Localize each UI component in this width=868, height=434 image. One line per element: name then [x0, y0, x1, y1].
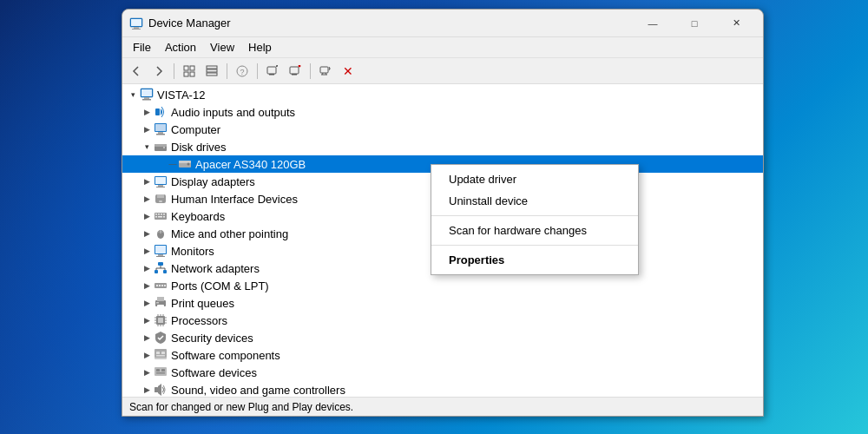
- disk-icon: [154, 140, 168, 154]
- tree-item-ports[interactable]: ▶ Ports (COM & LPT): [122, 277, 763, 294]
- context-menu: Update driver Uninstall device Scan for …: [431, 164, 639, 275]
- ctx-sep-2: [431, 245, 638, 246]
- svg-rect-100: [155, 387, 158, 392]
- svg-rect-32: [156, 134, 165, 135]
- toolbar-btn-scan[interactable]: [315, 62, 336, 81]
- svg-rect-35: [155, 144, 167, 147]
- svg-rect-50: [161, 214, 162, 215]
- back-button[interactable]: [126, 62, 147, 81]
- tree-label-hid: Human Interface Devices: [171, 193, 298, 206]
- drive-icon: [178, 157, 192, 171]
- title-bar-title: Device Manager: [148, 16, 633, 30]
- arrow-ports: ▶: [140, 277, 154, 294]
- svg-rect-63: [163, 270, 167, 273]
- tree-item-disk[interactable]: ▾ Disk drives: [122, 138, 763, 155]
- tree-item-softdev[interactable]: ▶ Software devices: [122, 364, 763, 381]
- hid-icon: [154, 192, 168, 206]
- svg-rect-28: [141, 89, 152, 96]
- toolbar-btn-4[interactable]: [201, 62, 222, 81]
- svg-rect-14: [269, 74, 274, 76]
- display-icon: [154, 174, 168, 188]
- toolbar-btn-3[interactable]: [179, 62, 200, 81]
- tree-label-apacer: Apacer AS340 120GB: [195, 158, 306, 171]
- svg-rect-7: [190, 72, 194, 76]
- svg-rect-3: [131, 19, 141, 26]
- svg-rect-17: [290, 67, 299, 74]
- menu-action[interactable]: Action: [158, 39, 203, 56]
- svg-rect-38: [179, 161, 191, 163]
- sound-icon: [154, 383, 168, 397]
- maximize-button[interactable]: □: [674, 10, 714, 37]
- tree-item-computer[interactable]: ▶ Computer: [122, 121, 763, 138]
- network-icon: [154, 261, 168, 275]
- window-controls: — □ ✕: [633, 10, 756, 37]
- svg-rect-42: [156, 187, 165, 187]
- arrow-sound: ▶: [140, 381, 154, 397]
- close-button[interactable]: ✕: [716, 10, 756, 37]
- tree-item-print[interactable]: ▶ Print queues: [122, 294, 763, 312]
- processor-icon: [154, 313, 168, 327]
- toolbar-btn-remove[interactable]: ✕: [338, 62, 358, 81]
- svg-point-69: [156, 285, 158, 286]
- svg-rect-51: [163, 214, 165, 215]
- tree-label-sound: Sound, video and game controllers: [171, 384, 345, 397]
- menu-help[interactable]: Help: [241, 39, 279, 56]
- toolbar: ?: [122, 58, 763, 84]
- ctx-scan-hardware[interactable]: Scan for hardware changes: [431, 220, 638, 241]
- svg-rect-75: [157, 305, 164, 309]
- toolbar-sep-1: [174, 63, 174, 79]
- monitor-icon: [154, 244, 168, 258]
- tree-item-security[interactable]: ▶ Security devices: [122, 329, 763, 346]
- tree-label-computer: Computer: [171, 123, 220, 136]
- ctx-properties[interactable]: Properties: [431, 249, 638, 271]
- ports-icon: [154, 279, 168, 293]
- toolbar-btn-6[interactable]: [285, 62, 306, 81]
- tree-item-softcomp[interactable]: ▶ Software components: [122, 346, 763, 364]
- svg-rect-53: [158, 216, 162, 218]
- tree-label-print: Print queues: [171, 297, 234, 310]
- svg-rect-29: [155, 108, 160, 115]
- menu-view[interactable]: View: [203, 39, 241, 56]
- arrow-processors: ▶: [140, 312, 154, 329]
- status-bar: Scan for changed or new Plug and Play de…: [122, 397, 763, 416]
- toolbar-sep-4: [310, 63, 311, 79]
- tree-label-softdev: Software devices: [171, 366, 257, 379]
- arrow-mice: ▶: [140, 225, 154, 242]
- svg-rect-95: [156, 355, 165, 357]
- menu-file[interactable]: File: [126, 39, 158, 56]
- mouse-icon: [154, 227, 168, 240]
- tree-label-security: Security devices: [171, 332, 253, 345]
- svg-point-36: [163, 147, 165, 148]
- ctx-uninstall-device[interactable]: Uninstall device: [431, 190, 638, 212]
- svg-rect-49: [158, 214, 160, 215]
- tree-label-keyboard: Keyboards: [171, 210, 225, 223]
- ctx-update-driver[interactable]: Update driver: [431, 168, 638, 190]
- ctx-sep-1: [431, 215, 638, 216]
- tree-item-root[interactable]: ▾ VISTA-12: [122, 86, 763, 103]
- svg-rect-18: [292, 74, 297, 76]
- tree-item-processors[interactable]: ▶ Processors: [122, 312, 763, 329]
- svg-rect-58: [155, 246, 166, 253]
- toolbar-sep-3: [257, 63, 258, 79]
- svg-rect-8: [207, 66, 217, 69]
- svg-rect-4: [184, 66, 188, 70]
- tree-label-softcomp: Software components: [171, 349, 280, 362]
- computer-icon: [140, 88, 154, 102]
- svg-rect-78: [158, 318, 163, 323]
- svg-rect-6: [184, 72, 188, 76]
- svg-rect-94: [161, 352, 165, 354]
- svg-point-39: [187, 163, 190, 166]
- toolbar-btn-help[interactable]: ?: [232, 62, 253, 81]
- toolbar-btn-5[interactable]: [262, 62, 283, 81]
- tree-item-sound[interactable]: ▶ Sound, video and game controllers: [122, 381, 763, 397]
- software-comp-icon: [154, 348, 168, 362]
- tree-item-audio[interactable]: ▶ Audio inputs and outputs: [122, 103, 763, 121]
- minimize-button[interactable]: —: [633, 10, 673, 37]
- forward-button[interactable]: [148, 62, 169, 81]
- toolbar-sep-2: [227, 63, 227, 79]
- svg-rect-2: [132, 29, 141, 30]
- svg-rect-52: [155, 216, 157, 218]
- svg-rect-97: [156, 369, 160, 372]
- svg-text:?: ?: [240, 68, 244, 76]
- svg-point-72: [164, 285, 166, 286]
